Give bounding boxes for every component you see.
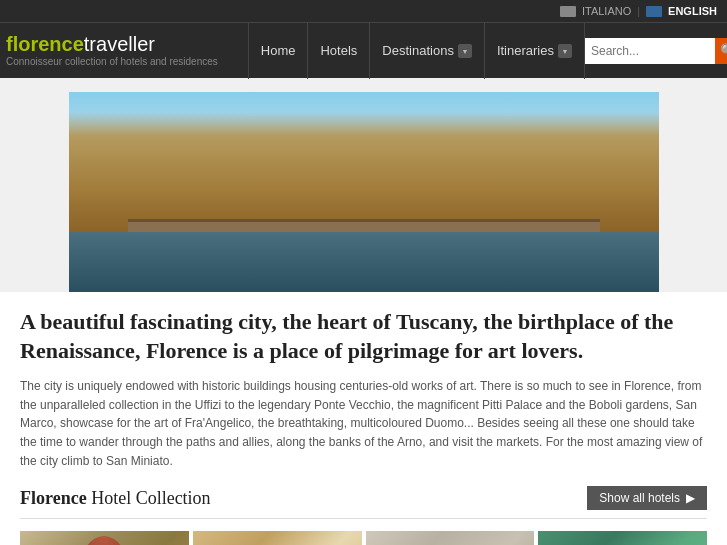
hero-background <box>69 92 659 292</box>
page-body-text: The city is uniquely endowed with histor… <box>20 377 707 470</box>
hotel-photo-3[interactable] <box>366 531 535 545</box>
nav-home-label: Home <box>261 43 296 58</box>
logo-tagline: Connoisseur collection of hotels and res… <box>6 56 218 67</box>
nav-destinations[interactable]: Destinations <box>370 23 485 79</box>
hotel-section-header: Florence Hotel Collection Show all hotel… <box>20 486 707 519</box>
flag-italy-icon <box>560 6 576 17</box>
hero-buildings <box>69 112 659 232</box>
destinations-dropdown-icon <box>458 44 472 58</box>
hotel-photo-4[interactable] <box>538 531 707 545</box>
hotel-photo-3-image <box>366 531 535 545</box>
main-content: A beautiful fascinating city, the heart … <box>0 292 727 545</box>
hotel-photos-row <box>20 531 707 545</box>
nav-itineraries[interactable]: Itineraries <box>485 23 585 79</box>
dome-icon <box>79 536 129 545</box>
nav-home[interactable]: Home <box>248 23 309 79</box>
hotel-photo-1-image <box>20 531 189 545</box>
search-form: 🔍 <box>585 38 727 64</box>
main-nav: Home Hotels Destinations Itineraries <box>248 23 585 79</box>
page-headline: A beautiful fascinating city, the heart … <box>20 308 707 365</box>
lang-italiano[interactable]: ITALIANO <box>582 5 631 17</box>
hotel-photo-1[interactable] <box>20 531 189 545</box>
search-icon: 🔍 <box>720 43 727 58</box>
top-language-bar: ITALIANO | ENGLISH <box>0 0 727 22</box>
search-input[interactable] <box>585 38 715 64</box>
itineraries-dropdown-icon <box>558 44 572 58</box>
show-all-label: Show all hotels <box>599 491 680 505</box>
hero-water <box>69 232 659 292</box>
search-button[interactable]: 🔍 <box>715 38 727 64</box>
logo-traveller-text: traveller <box>84 33 155 55</box>
language-switcher: ITALIANO | ENGLISH <box>560 5 717 17</box>
logo-florence-text: florence <box>6 33 84 55</box>
site-header: florencetraveller Connoisseur collection… <box>0 22 727 78</box>
lang-english[interactable]: ENGLISH <box>668 5 717 17</box>
hero-image <box>69 92 659 292</box>
hotel-section-title: Florence Hotel Collection <box>20 488 211 509</box>
hotel-photo-4-image <box>538 531 707 545</box>
show-all-hotels-button[interactable]: Show all hotels ▶ <box>587 486 707 510</box>
logo[interactable]: florencetraveller Connoisseur collection… <box>6 34 218 67</box>
lang-separator: | <box>637 5 640 17</box>
hotel-photo-2-image <box>193 531 362 545</box>
hotel-photo-2[interactable] <box>193 531 362 545</box>
hotel-title-rest: Hotel Collection <box>87 488 211 508</box>
nav-itineraries-label: Itineraries <box>497 43 554 58</box>
hotel-city-name: Florence <box>20 488 87 508</box>
nav-hotels[interactable]: Hotels <box>308 23 370 79</box>
flag-uk-icon <box>646 6 662 17</box>
nav-hotels-label: Hotels <box>320 43 357 58</box>
show-all-arrow-icon: ▶ <box>686 491 695 505</box>
nav-destinations-label: Destinations <box>382 43 454 58</box>
